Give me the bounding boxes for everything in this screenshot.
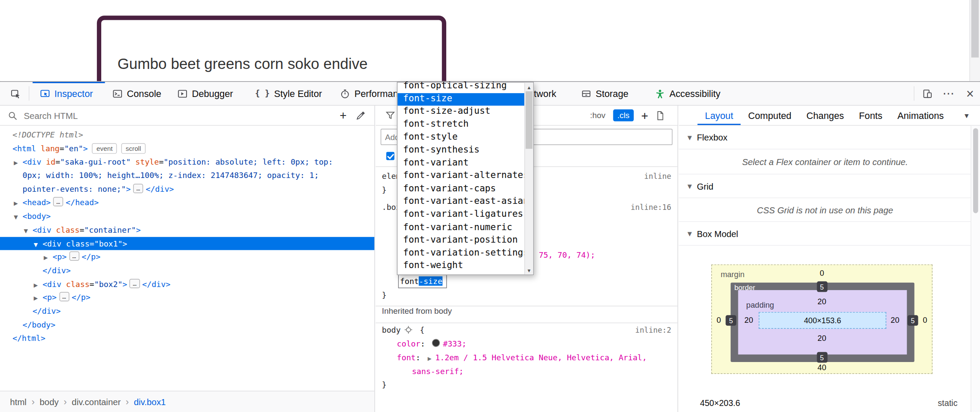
markup-line-selected[interactable]: ▼<div class="box1"> [0, 237, 374, 250]
markup-line[interactable]: </body> [0, 318, 374, 331]
sidebar-scrollbar-thumb[interactable] [973, 128, 978, 213]
tab-accessibility[interactable]: Accessibility [647, 82, 736, 105]
expand-node-ellipsis[interactable]: … [133, 184, 143, 193]
markup-line[interactable]: ▶<head>…</head> [0, 196, 374, 209]
expand-node-ellipsis[interactable]: … [53, 197, 63, 207]
add-rule-button[interactable]: + [641, 110, 648, 120]
twisty-open-icon[interactable]: ▼ [14, 211, 22, 224]
box-model-section-header[interactable]: ▼ Box Model [679, 222, 971, 246]
margin-right-value[interactable]: 0 [916, 316, 935, 325]
autocomplete-item[interactable]: font-variation-settings [398, 247, 525, 260]
responsive-design-mode-button[interactable] [918, 82, 937, 105]
autocomplete-item[interactable]: font-size [398, 93, 525, 106]
property-value[interactable]: #333; [443, 339, 467, 348]
markup-line[interactable]: </html> [0, 331, 374, 345]
rule-source-link[interactable]: inline:2 [635, 323, 671, 337]
class-checkbox[interactable] [386, 152, 395, 160]
twisty-open-icon[interactable]: ▼ [34, 238, 42, 251]
autocomplete-item[interactable]: font-optical-sizing [398, 80, 525, 93]
breadcrumb-item-body[interactable]: body [40, 396, 59, 406]
sidebar-scrollbar[interactable] [971, 126, 980, 412]
color-swatch[interactable] [432, 339, 440, 347]
markup-line[interactable]: <!DOCTYPE html> [0, 128, 374, 141]
autocomplete-item[interactable]: font-size-adjust [398, 106, 525, 119]
twisty-closed-icon[interactable]: ▶ [14, 197, 22, 211]
padding-right-value[interactable]: 20 [886, 316, 905, 325]
markup-line[interactable]: <html lang="en">eventscroll [0, 142, 374, 155]
rule-selector[interactable]: body [382, 325, 401, 334]
autocomplete-scrollbar-thumb[interactable] [526, 91, 532, 149]
border-bottom-value[interactable]: 5 [817, 352, 828, 363]
expand-node-ellipsis[interactable]: … [59, 292, 69, 302]
toggle-classes-button[interactable]: .cls [613, 109, 634, 122]
rule-source-link[interactable]: inline [644, 169, 671, 183]
node-picker-button[interactable] [5, 82, 26, 105]
tab-layout[interactable]: Layout [697, 106, 740, 125]
autocomplete-item[interactable]: font-style [398, 131, 525, 144]
autocomplete-item[interactable]: font-variant [398, 157, 525, 170]
property-name[interactable]: color [397, 339, 420, 348]
twisty-closed-icon[interactable]: ▶ [34, 278, 42, 292]
markup-badge-scroll[interactable]: scroll [121, 143, 146, 154]
padding-top-value[interactable]: 20 [812, 298, 831, 306]
devtools-close-button[interactable]: × [960, 82, 980, 105]
search-html-input[interactable] [22, 110, 334, 121]
breadcrumb-item-div.container[interactable]: div.container [72, 396, 121, 406]
padding-left-value[interactable]: 20 [739, 316, 758, 325]
tab-animations[interactable]: Animations [890, 106, 951, 125]
autocomplete-item[interactable]: font-stretch [398, 119, 525, 131]
autocomplete-item[interactable]: font-variant-alternates [398, 170, 525, 183]
devtools-menu-button[interactable]: ⋯ [939, 82, 958, 105]
markup-badge-event[interactable]: event [92, 143, 117, 154]
markup-line[interactable]: </div> [0, 304, 374, 318]
border-left-value[interactable]: 5 [725, 315, 736, 326]
twisty-closed-icon[interactable]: ▶ [44, 251, 53, 265]
markup-line[interactable]: ▶<p>…</p> [0, 250, 374, 264]
property-name-editor[interactable]: font-size [398, 275, 447, 288]
padding-bottom-value[interactable]: 20 [812, 334, 831, 343]
rule-source-link[interactable]: inline:16 [631, 201, 671, 215]
page-scrollbar-thumb[interactable] [971, 0, 979, 57]
all-tabs-menu-button[interactable]: ▼ [963, 106, 970, 125]
tab-debugger[interactable]: Debugger [170, 82, 248, 105]
shorthand-expander-icon[interactable]: ▶ [428, 356, 432, 361]
autocomplete-item[interactable]: font-synthesis [398, 144, 525, 157]
property-value-continued[interactable]: sans-serif; [412, 366, 464, 376]
markup-line[interactable]: ▼<div class="container"> [0, 223, 374, 237]
tab-style-editor[interactable]: { } Style Editor [248, 82, 333, 105]
tab-changes[interactable]: Changes [799, 106, 852, 125]
tab-computed[interactable]: Computed [740, 106, 799, 125]
autocomplete-item[interactable]: font-variant-caps [398, 183, 525, 196]
markup-line[interactable]: </div> [0, 264, 374, 277]
twisty-closed-icon[interactable]: ▶ [14, 156, 22, 170]
scroll-up-arrow-icon[interactable]: ▲ [525, 82, 533, 91]
autocomplete-item[interactable]: font-variant-ligatures [398, 209, 525, 222]
border-right-value[interactable]: 5 [908, 315, 918, 326]
markup-line[interactable]: ▼<body> [0, 209, 374, 223]
add-node-button[interactable]: + [334, 106, 352, 124]
grid-section-header[interactable]: ▼ Grid [679, 175, 971, 198]
flexbox-section-header[interactable]: ▼ Flexbox [679, 126, 971, 150]
property-name[interactable]: font [397, 353, 416, 362]
border-top-value[interactable]: 5 [817, 281, 828, 292]
box-model-content-box[interactable]: 400×153.6 [759, 312, 886, 329]
scroll-down-arrow-icon[interactable]: ▼ [525, 266, 533, 275]
print-simulation-icon[interactable] [656, 110, 665, 120]
autocomplete-item[interactable]: font-variant-numeric [398, 222, 525, 234]
markup-line[interactable]: 0px; width: 100%; height…100%; z-index: … [0, 169, 374, 182]
autocomplete-item[interactable]: font-variant-position [398, 234, 525, 247]
autocomplete-item[interactable]: font-variant-east-asian [398, 196, 525, 209]
expand-node-ellipsis[interactable]: … [130, 278, 140, 288]
markup-line[interactable]: ▶<div class="box2">…</div> [0, 277, 374, 290]
autocomplete-item[interactable]: font-weight [398, 260, 525, 273]
eyedropper-button[interactable] [352, 106, 370, 124]
property-value[interactable]: 1.2em / 1.5 Helvetica Neue, Helvetica, A… [435, 353, 647, 362]
margin-top-value[interactable]: 0 [812, 269, 831, 278]
breadcrumb-item-html[interactable]: html [10, 396, 26, 406]
markup-line[interactable]: ▶<p>…</p> [0, 291, 374, 304]
autocomplete-scrollbar[interactable]: ▲ ▼ [524, 82, 533, 274]
page-scrollbar[interactable] [969, 0, 980, 81]
tab-inspector[interactable]: Inspector [32, 82, 105, 105]
tab-console[interactable]: Console [105, 82, 170, 105]
toggle-pseudo-classes-button[interactable]: :hov [590, 111, 606, 120]
